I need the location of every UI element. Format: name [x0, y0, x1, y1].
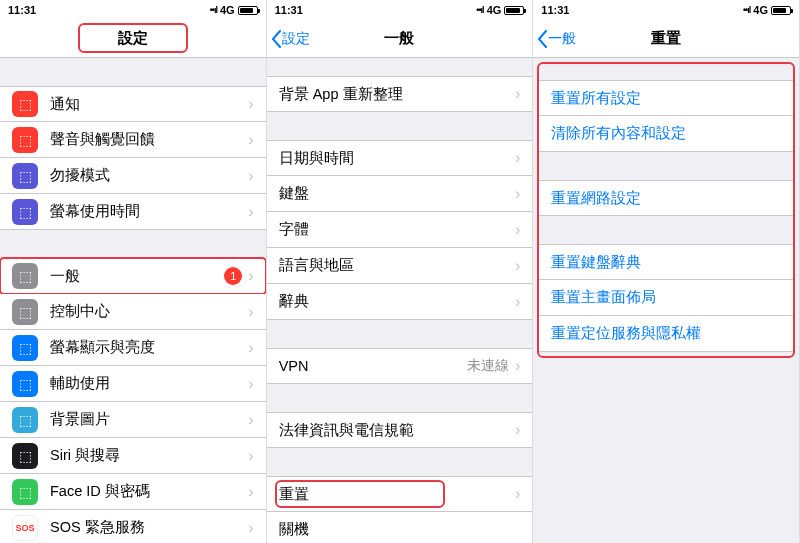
row-vpn[interactable]: VPN未連線›	[267, 348, 533, 384]
chevron-right-icon: ›	[248, 267, 253, 285]
chevron-right-icon: ›	[515, 293, 520, 311]
row-sos[interactable]: SOSSOS 緊急服務›	[0, 510, 266, 543]
row-reset-network[interactable]: 重置網路設定	[537, 180, 795, 216]
row-reset-location-privacy[interactable]: 重置定位服務與隱私權	[537, 316, 795, 352]
row-screentime[interactable]: ⬚螢幕使用時間›	[0, 194, 266, 230]
row-label: 一般	[50, 267, 224, 286]
row-accessibility[interactable]: ⬚輔助使用›	[0, 366, 266, 402]
row-keyboard[interactable]: 鍵盤›	[267, 176, 533, 212]
row-label: 聲音與觸覺回饋	[50, 130, 248, 149]
battery-icon	[771, 6, 791, 15]
row-notifications[interactable]: ⬚通知›	[0, 86, 266, 122]
status-bar: 11:31 ••ıl 4G	[0, 0, 266, 20]
network-label: 4G	[220, 4, 235, 16]
row-label: VPN	[279, 358, 467, 374]
screen-settings: 11:31 ••ıl 4G 設定 ⬚通知›⬚聲音與觸覺回饋›⬚勿擾模式›⬚螢幕使…	[0, 0, 267, 543]
row-label: 辭典	[279, 292, 515, 311]
status-time: 11:31	[8, 4, 36, 16]
accessibility-icon: ⬚	[12, 371, 38, 397]
chevron-right-icon: ›	[248, 375, 253, 393]
chevron-right-icon: ›	[515, 185, 520, 203]
chevron-right-icon: ›	[515, 357, 520, 375]
row-reset[interactable]: 重置›	[267, 476, 533, 512]
back-button[interactable]: 一般	[537, 20, 576, 57]
row-label: Siri 與搜尋	[50, 446, 248, 465]
page-title: 重置	[651, 29, 681, 48]
dnd-icon: ⬚	[12, 163, 38, 189]
battery-icon	[238, 6, 258, 15]
battery-icon	[504, 6, 524, 15]
row-label: 重置定位服務與隱私權	[551, 324, 783, 343]
sounds-icon: ⬚	[12, 127, 38, 153]
row-bg-refresh[interactable]: 背景 App 重新整理›	[267, 76, 533, 112]
row-label: 螢幕使用時間	[50, 202, 248, 221]
chevron-right-icon: ›	[248, 519, 253, 537]
row-dnd[interactable]: ⬚勿擾模式›	[0, 158, 266, 194]
chevron-right-icon: ›	[515, 485, 520, 503]
wallpaper-icon: ⬚	[12, 407, 38, 433]
page-title: 設定	[118, 29, 148, 48]
row-label: 清除所有內容和設定	[551, 124, 783, 143]
row-label: 通知	[50, 95, 248, 114]
chevron-right-icon: ›	[248, 95, 253, 113]
back-label: 一般	[548, 30, 576, 48]
chevron-right-icon: ›	[515, 149, 520, 167]
chevron-right-icon: ›	[515, 85, 520, 103]
network-label: 4G	[753, 4, 768, 16]
network-label: 4G	[487, 4, 502, 16]
row-sounds[interactable]: ⬚聲音與觸覺回饋›	[0, 122, 266, 158]
back-label: 設定	[282, 30, 310, 48]
row-label: 背景 App 重新整理	[279, 85, 515, 104]
row-label: 重置	[279, 485, 515, 504]
signal-icon: ••ıl	[210, 5, 217, 15]
status-bar: 11:31 ••ıl 4G	[267, 0, 533, 20]
chevron-right-icon: ›	[248, 167, 253, 185]
row-label: 背景圖片	[50, 410, 248, 429]
row-legal[interactable]: 法律資訊與電信規範›	[267, 412, 533, 448]
display-icon: ⬚	[12, 335, 38, 361]
row-date-time[interactable]: 日期與時間›	[267, 140, 533, 176]
nav-bar: 設定	[0, 20, 266, 58]
screen-general: 11:31 ••ıl 4G 設定 一般 背景 App 重新整理› 日期與時間›鍵…	[267, 0, 534, 543]
chevron-right-icon: ›	[248, 447, 253, 465]
row-fonts[interactable]: 字體›	[267, 212, 533, 248]
row-reset-keyboard-dict[interactable]: 重置鍵盤辭典	[537, 244, 795, 280]
nav-bar: 設定 一般	[267, 20, 533, 58]
siri-icon: ⬚	[12, 443, 38, 469]
row-faceid[interactable]: ⬚Face ID 與密碼›	[0, 474, 266, 510]
row-control-center[interactable]: ⬚控制中心›	[0, 294, 266, 330]
row-label: 重置所有設定	[551, 89, 783, 108]
row-label: 法律資訊與電信規範	[279, 421, 515, 440]
signal-icon: ••ıl	[743, 5, 750, 15]
chevron-right-icon: ›	[248, 339, 253, 357]
row-shutdown[interactable]: 關機	[267, 512, 533, 543]
row-siri[interactable]: ⬚Siri 與搜尋›	[0, 438, 266, 474]
row-display[interactable]: ⬚螢幕顯示與亮度›	[0, 330, 266, 366]
row-reset-all-settings[interactable]: 重置所有設定	[537, 80, 795, 116]
page-title: 一般	[384, 29, 414, 48]
screentime-icon: ⬚	[12, 199, 38, 225]
row-label: 語言與地區	[279, 256, 515, 275]
chevron-right-icon: ›	[248, 131, 253, 149]
chevron-right-icon: ›	[248, 303, 253, 321]
row-label: Face ID 與密碼	[50, 482, 248, 501]
row-dictionary[interactable]: 辭典›	[267, 284, 533, 320]
faceid-icon: ⬚	[12, 479, 38, 505]
row-label: 螢幕顯示與亮度	[50, 338, 248, 357]
settings-list: ⬚通知›⬚聲音與觸覺回饋›⬚勿擾模式›⬚螢幕使用時間› ⬚一般1›⬚控制中心›⬚…	[0, 58, 266, 543]
row-reset-home-layout[interactable]: 重置主畫面佈局	[537, 280, 795, 316]
notifications-icon: ⬚	[12, 91, 38, 117]
screen-reset: 11:31 ••ıl 4G 一般 重置 重置所有設定清除所有內容和設定 重置網路…	[533, 0, 800, 543]
row-label: 重置鍵盤辭典	[551, 253, 783, 272]
back-button[interactable]: 設定	[271, 20, 310, 57]
row-general[interactable]: ⬚一般1›	[0, 258, 266, 294]
signal-icon: ••ıl	[476, 5, 483, 15]
row-wallpaper[interactable]: ⬚背景圖片›	[0, 402, 266, 438]
row-label: 關機	[279, 520, 521, 539]
chevron-right-icon: ›	[515, 421, 520, 439]
chevron-right-icon: ›	[248, 483, 253, 501]
row-language[interactable]: 語言與地區›	[267, 248, 533, 284]
row-value: 未連線	[467, 357, 509, 375]
chevron-left-icon	[537, 30, 548, 48]
row-erase-all[interactable]: 清除所有內容和設定	[537, 116, 795, 152]
